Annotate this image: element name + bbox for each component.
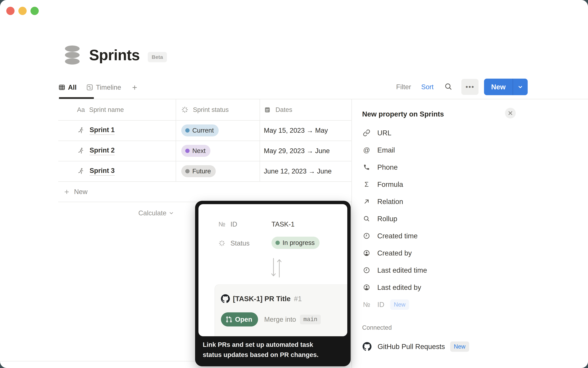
- panel-title: New property on Sprints: [362, 110, 444, 118]
- new-feature-badge: New: [450, 341, 469, 352]
- calculate-label: Calculate: [138, 209, 166, 217]
- property-label: Created by: [377, 249, 412, 257]
- chevron-down-icon: [517, 83, 524, 90]
- github-pr-card: [TASK-1] PR Title #1 Open Merge into mai…: [214, 285, 347, 336]
- property-label: Rollup: [377, 215, 397, 223]
- arrow-up-right-icon: [363, 198, 371, 205]
- tab-all[interactable]: All: [58, 83, 77, 91]
- date-range[interactable]: June 12, 2023 → June: [264, 167, 332, 175]
- new-dropdown-button[interactable]: [513, 79, 528, 95]
- property-label: Relation: [377, 197, 403, 206]
- property-type-url[interactable]: URL: [352, 124, 588, 141]
- new-button[interactable]: New: [484, 79, 513, 95]
- property-label: Formula: [377, 180, 403, 189]
- add-row-label: New: [74, 188, 88, 196]
- pr-state-label: Open: [235, 316, 252, 323]
- column-header-dates[interactable]: Dates: [259, 106, 351, 113]
- status-property-row: Status: [218, 237, 249, 250]
- property-type-email[interactable]: @ Email: [352, 141, 588, 159]
- property-type-last-edited-time[interactable]: Last edited time: [352, 262, 588, 279]
- column-divider: [176, 99, 176, 181]
- panel-close-button[interactable]: [505, 108, 516, 119]
- timeline-view-icon: [86, 84, 93, 91]
- magnifier-icon: [363, 215, 371, 222]
- status-pill[interactable]: Future: [181, 165, 216, 177]
- row-divider: [58, 161, 351, 161]
- property-type-relation[interactable]: Relation: [352, 193, 588, 210]
- property-type-created-time[interactable]: Created time: [352, 227, 588, 244]
- tab-timeline[interactable]: Timeline: [86, 83, 121, 91]
- property-label: Email: [377, 146, 395, 154]
- more-options-button[interactable]: •••: [461, 79, 479, 95]
- property-type-formula[interactable]: Σ Formula: [352, 176, 588, 193]
- numero-icon: №: [363, 301, 371, 308]
- property-type-last-edited-by[interactable]: Last edited by: [352, 279, 588, 296]
- property-label: Last edited time: [377, 266, 427, 274]
- status-property-value: In progress: [271, 236, 320, 249]
- property-label: Phone: [377, 163, 398, 171]
- filter-button[interactable]: Filter: [396, 83, 411, 91]
- runner-icon: [77, 127, 85, 134]
- property-type-created-by[interactable]: Created by: [352, 244, 588, 262]
- close-window-button[interactable]: [6, 7, 15, 15]
- tooltip-preview: № ID TASK-1 Status In progress: [198, 204, 347, 336]
- column-divider: [259, 99, 260, 181]
- clock-icon: [363, 232, 371, 239]
- property-label: Created time: [377, 232, 418, 240]
- phone-icon: [363, 164, 371, 171]
- tooltip-caption: Link PRs and set up automated task statu…: [203, 340, 345, 360]
- column-header-sprint-status[interactable]: Sprint status: [176, 106, 259, 113]
- calendar-icon: [264, 106, 271, 113]
- table-row[interactable]: Sprint 1 Current May 15, 2023 → May: [58, 120, 351, 140]
- github-icon: [221, 294, 230, 303]
- table-view-icon: [58, 84, 66, 91]
- add-row-button[interactable]: + New: [58, 182, 351, 202]
- add-view-button[interactable]: +: [132, 83, 137, 92]
- runner-icon: [77, 147, 85, 155]
- pr-open-badge: Open: [221, 312, 258, 326]
- sprint-name-link[interactable]: Sprint 1: [89, 126, 115, 135]
- property-type-phone[interactable]: Phone: [352, 159, 588, 176]
- column-label: Sprint status: [193, 106, 229, 113]
- link-icon: [363, 129, 371, 137]
- property-type-id[interactable]: № ID New: [352, 296, 588, 313]
- id-property-value: TASK-1: [271, 219, 295, 230]
- new-button-group: New: [484, 79, 528, 95]
- status-pill[interactable]: Next: [181, 145, 210, 157]
- pr-title: [TASK-1] PR Title: [233, 294, 291, 303]
- integration-label: GitHub Pull Requests: [378, 342, 445, 351]
- id-property-label: ID: [231, 221, 237, 228]
- text-property-icon: Aa: [77, 106, 85, 113]
- runner-icon: [77, 167, 85, 175]
- search-button[interactable]: [444, 83, 453, 91]
- table-row[interactable]: Sprint 2 Next May 29, 2023 → June: [58, 140, 351, 161]
- row-divider: [58, 140, 351, 141]
- clock-icon: [363, 267, 371, 274]
- zoom-window-button[interactable]: [30, 7, 39, 15]
- table-row[interactable]: Sprint 3 Future June 12, 2023 → June: [58, 161, 351, 181]
- sigma-icon: Σ: [363, 181, 371, 188]
- date-range[interactable]: May 15, 2023 → May: [264, 127, 328, 134]
- status-pill[interactable]: Current: [181, 124, 219, 136]
- tab-all-label: All: [68, 83, 77, 91]
- status-dot: [185, 128, 190, 133]
- sort-button[interactable]: Sort: [421, 83, 434, 91]
- branch-name-chip: main: [300, 315, 321, 324]
- new-property-panel: New property on Sprints URL @ Email: [352, 100, 588, 368]
- property-label: Last edited by: [377, 283, 421, 292]
- calculate-button[interactable]: Calculate: [58, 204, 176, 222]
- app-window: Sprints Beta All Timeline + Filter Sort: [0, 0, 588, 368]
- column-header-sprint-name[interactable]: Aa Sprint name: [58, 106, 176, 113]
- date-range[interactable]: May 29, 2023 → June: [264, 147, 330, 155]
- connected-section-label: Connected: [362, 324, 392, 331]
- connected-github-pull-requests[interactable]: GitHub Pull Requests New: [352, 338, 588, 355]
- status-property-label: Status: [231, 239, 249, 247]
- sprint-name-link[interactable]: Sprint 2: [89, 146, 115, 155]
- status-dot: [185, 149, 190, 153]
- property-type-rollup[interactable]: Rollup: [352, 210, 588, 227]
- minimize-window-button[interactable]: [18, 7, 27, 15]
- plus-icon: +: [64, 187, 69, 196]
- sprint-name-link[interactable]: Sprint 3: [89, 167, 115, 176]
- status-dot: [276, 241, 280, 245]
- active-tab-underline: [59, 97, 94, 99]
